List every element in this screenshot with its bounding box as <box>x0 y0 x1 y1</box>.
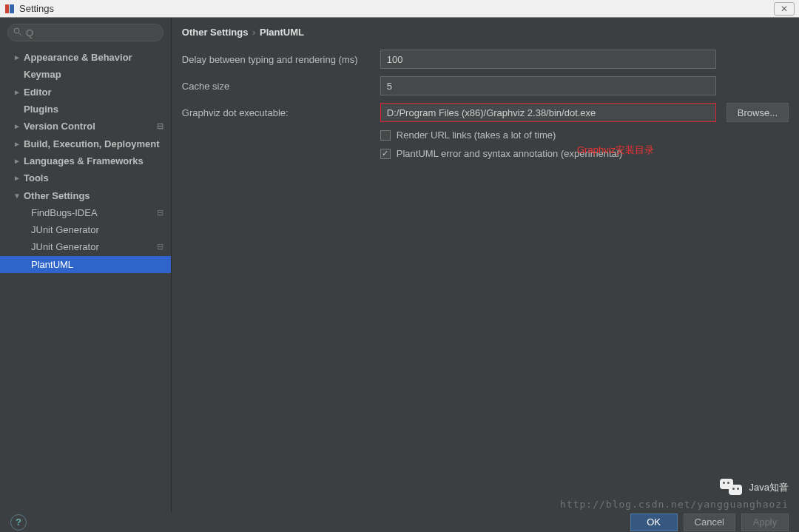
browse-button[interactable]: Browse... <box>726 103 789 122</box>
tree-item-appearance[interactable]: ►Appearance & Behavior <box>0 49 171 66</box>
apply-button[interactable]: Apply <box>741 514 789 531</box>
cache-label: Cache size <box>182 81 380 92</box>
watermark-url: http://blog.csdn.net/yangguanghaozi <box>560 499 789 510</box>
per-project-icon: ⊟ <box>157 208 163 218</box>
watermark-brand: Java知音 <box>720 477 789 498</box>
breadcrumb-current: PlantUML <box>260 27 304 38</box>
tree-item-findbugs[interactable]: FindBugs-IDEA⊟ <box>0 204 171 221</box>
app-icon <box>4 4 15 14</box>
tree-label: JUnit Generator <box>31 224 99 235</box>
chevron-right-icon: ► <box>13 122 21 130</box>
tree-item-tools[interactable]: ►Tools <box>0 169 171 186</box>
help-button[interactable]: ? <box>10 514 27 531</box>
breadcrumb-parent: Other Settings <box>182 27 249 38</box>
cache-input[interactable] <box>380 76 716 95</box>
annotation-text: Graphviz安装目录 <box>577 144 654 157</box>
tree-item-other-settings[interactable]: ▼Other Settings <box>0 186 171 203</box>
chevron-down-icon: ▼ <box>13 192 21 200</box>
svg-line-3 <box>19 33 21 36</box>
search-wrap <box>0 18 171 46</box>
ok-button[interactable]: OK <box>630 514 678 531</box>
tree-item-languages[interactable]: ►Languages & Frameworks <box>0 152 171 169</box>
tree-item-plantuml[interactable]: PlantUML <box>0 256 171 273</box>
main-area: ►Appearance & Behavior Keymap ►Editor Pl… <box>0 18 799 512</box>
graphviz-input[interactable] <box>380 103 716 122</box>
tree-item-keymap[interactable]: Keymap <box>0 66 171 83</box>
title-bar: Settings ✕ <box>0 0 799 18</box>
tree-label: Editor <box>24 87 52 98</box>
breadcrumb-separator: › <box>252 27 255 38</box>
settings-tree: ►Appearance & Behavior Keymap ►Editor Pl… <box>0 46 171 512</box>
tree-label: JUnit Generator <box>31 241 99 252</box>
checkbox-unchecked-icon[interactable] <box>380 130 391 141</box>
breadcrumb: Other Settings › PlantUML <box>172 18 799 45</box>
tree-item-junit2[interactable]: JUnit Generator⊟ <box>0 238 171 255</box>
form-content: Delay between typing and rendering (ms) … <box>172 45 799 171</box>
row-graphviz: Graphviz dot executable: Browse... <box>182 103 789 122</box>
close-icon[interactable]: ✕ <box>774 2 795 16</box>
graphviz-label: Graphviz dot executable: <box>182 107 380 118</box>
wechat-icon <box>720 477 745 498</box>
search-input[interactable] <box>7 24 163 41</box>
window-title: Settings <box>19 3 774 14</box>
chevron-right-icon: ► <box>13 88 21 96</box>
tree-label: Build, Execution, Deployment <box>24 138 159 149</box>
row-render-url[interactable]: Render URL links (takes a lot of time) <box>380 129 789 141</box>
tree-label: Other Settings <box>24 190 90 201</box>
tree-item-junit1[interactable]: JUnit Generator <box>0 221 171 238</box>
tree-label: PlantUML <box>31 259 73 270</box>
delay-label: Delay between typing and rendering (ms) <box>182 54 380 65</box>
tree-item-build[interactable]: ►Build, Execution, Deployment <box>0 135 171 152</box>
tree-label: Appearance & Behavior <box>24 52 132 63</box>
tree-label: Version Control <box>24 121 95 132</box>
chevron-right-icon: ► <box>13 174 21 182</box>
per-project-icon: ⊟ <box>157 121 163 131</box>
chevron-right-icon: ► <box>13 157 21 165</box>
row-cache: Cache size <box>182 76 789 95</box>
sidebar: ►Appearance & Behavior Keymap ►Editor Pl… <box>0 18 172 512</box>
delay-input[interactable] <box>380 50 716 69</box>
svg-point-2 <box>14 28 19 33</box>
row-delay: Delay between typing and rendering (ms) <box>182 50 789 69</box>
tree-label: Plugins <box>24 104 58 115</box>
watermark-brand-text: Java知音 <box>749 481 789 494</box>
svg-rect-1 <box>10 4 14 13</box>
cancel-button[interactable]: Cancel <box>684 514 735 531</box>
per-project-icon: ⊟ <box>157 242 163 252</box>
svg-rect-0 <box>5 4 9 13</box>
search-icon <box>13 27 22 36</box>
tree-label: Tools <box>24 172 49 183</box>
tree-label: Languages & Frameworks <box>24 155 144 166</box>
tree-item-plugins[interactable]: Plugins <box>0 101 171 118</box>
tree-label: FindBugs-IDEA <box>31 207 98 218</box>
content-panel: Other Settings › PlantUML Delay between … <box>172 18 799 512</box>
chevron-right-icon: ► <box>13 53 21 61</box>
tree-label: Keymap <box>24 69 61 80</box>
checkbox-checked-icon[interactable] <box>380 149 391 159</box>
button-bar: ? OK Cancel Apply <box>0 512 799 532</box>
tree-item-editor[interactable]: ►Editor <box>0 84 171 101</box>
render-url-label: Render URL links (takes a lot of time) <box>397 129 556 141</box>
tree-item-version-control[interactable]: ►Version Control⊟ <box>0 118 171 135</box>
chevron-right-icon: ► <box>13 140 21 148</box>
